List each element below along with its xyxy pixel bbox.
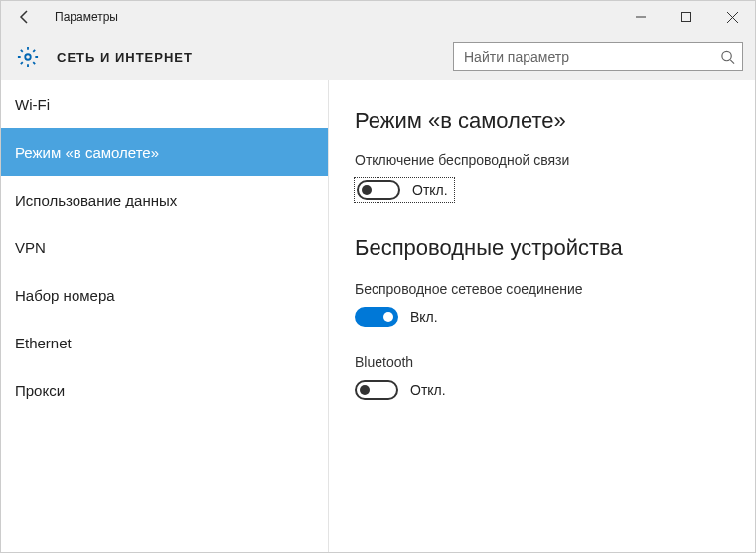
- airplane-toggle-label: Откл.: [412, 182, 448, 198]
- arrow-left-icon: [17, 9, 33, 25]
- back-button[interactable]: [1, 1, 49, 33]
- search-wrap: [453, 42, 743, 71]
- maximize-button[interactable]: [664, 1, 709, 33]
- sidebar-item-ethernet[interactable]: Ethernet: [1, 319, 328, 366]
- wireless-network-toggle-label: Вкл.: [410, 309, 438, 325]
- section-title: СЕТЬ И ИНТЕРНЕТ: [57, 50, 193, 65]
- sidebar-item-label: Набор номера: [15, 287, 115, 304]
- bluetooth-toggle-group: Откл.: [355, 380, 731, 400]
- sidebar-item-label: Wi-Fi: [15, 96, 50, 113]
- bluetooth-toggle[interactable]: [355, 380, 398, 400]
- wireless-network-toggle-group: Вкл.: [355, 307, 731, 327]
- airplane-desc: Отключение беспроводной связи: [355, 152, 731, 168]
- gear-icon: [17, 46, 39, 68]
- close-icon: [727, 12, 738, 23]
- airplane-toggle[interactable]: [357, 180, 400, 200]
- search-input[interactable]: [453, 42, 743, 71]
- bluetooth-label: Bluetooth: [355, 354, 731, 370]
- sidebar-item-wifi[interactable]: Wi-Fi: [1, 80, 328, 128]
- sidebar-item-proxy[interactable]: Прокси: [1, 366, 328, 414]
- wireless-network-toggle[interactable]: [355, 307, 398, 327]
- header: СЕТЬ И ИНТЕРНЕТ: [1, 33, 755, 80]
- minimize-icon: [636, 12, 646, 22]
- sidebar-item-label: VPN: [15, 239, 46, 256]
- page-heading-airplane: Режим «в самолете»: [355, 108, 731, 134]
- toggle-knob: [362, 185, 372, 195]
- content: Режим «в самолете» Отключение беспроводн…: [329, 80, 755, 553]
- airplane-toggle-group: Откл.: [355, 178, 454, 202]
- page-heading-wireless: Беспроводные устройства: [355, 235, 731, 261]
- sidebar-item-data-usage[interactable]: Использование данных: [1, 176, 328, 223]
- toggle-knob: [360, 385, 370, 395]
- close-button[interactable]: [709, 1, 755, 33]
- sidebar-item-label: Прокси: [15, 382, 65, 399]
- body: Wi-Fi Режим «в самолете» Использование д…: [1, 80, 755, 553]
- bluetooth-toggle-label: Откл.: [410, 382, 446, 398]
- sidebar-item-label: Режим «в самолете»: [15, 144, 159, 161]
- window-controls: [618, 1, 755, 33]
- sidebar-item-label: Ethernet: [15, 335, 72, 351]
- toggle-knob: [383, 312, 393, 322]
- wireless-network-label: Беспроводное сетевое соединение: [355, 281, 731, 297]
- sidebar-item-vpn[interactable]: VPN: [1, 223, 328, 271]
- sidebar-item-label: Использование данных: [15, 192, 177, 208]
- sidebar-item-dialup[interactable]: Набор номера: [1, 271, 328, 319]
- titlebar: Параметры: [1, 1, 755, 33]
- svg-rect-1: [682, 13, 691, 22]
- window-title: Параметры: [55, 10, 118, 24]
- sidebar: Wi-Fi Режим «в самолете» Использование д…: [1, 80, 329, 553]
- svg-point-4: [25, 54, 31, 60]
- minimize-button[interactable]: [618, 1, 664, 33]
- maximize-icon: [681, 12, 691, 22]
- sidebar-item-airplane-mode[interactable]: Режим «в самолете»: [1, 128, 328, 176]
